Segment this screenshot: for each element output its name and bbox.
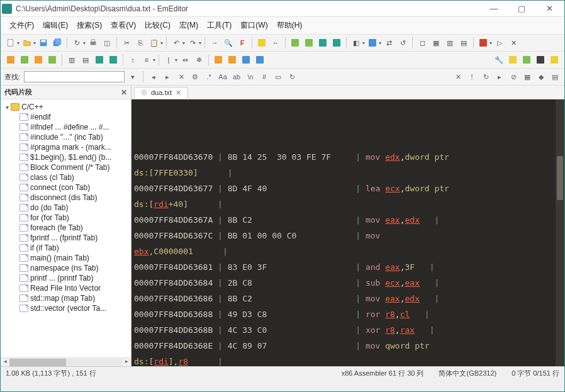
tree-item[interactable]: if (if Tab)	[2, 243, 130, 253]
vscroll-thumb[interactable]	[557, 156, 563, 200]
redo-button[interactable]: ↷	[186, 36, 199, 49]
find-button[interactable]: 🔍	[222, 36, 235, 49]
header-toggle-button[interactable]: ▤	[79, 53, 92, 66]
extract-button[interactable]	[240, 53, 252, 66]
filter-neg-button[interactable]: !	[466, 71, 478, 82]
col-sep-button[interactable]: |	[162, 53, 175, 66]
tree-item[interactable]: main() (main Tab)	[2, 253, 130, 263]
scroll-right-icon[interactable]: ▸	[122, 358, 131, 367]
menu-compare[interactable]: 比较(C)	[141, 19, 174, 32]
print-button[interactable]	[87, 36, 99, 49]
spellcheck-button[interactable]: F	[236, 36, 249, 49]
csv-button[interactable]	[4, 53, 17, 66]
column-button[interactable]: ▥	[65, 53, 78, 66]
dropdown-icon[interactable]: ▾	[175, 57, 177, 63]
menu-window[interactable]: 窗口(W)	[237, 19, 271, 32]
tree-item[interactable]: foreach (fe Tab)	[2, 223, 130, 233]
join-button[interactable]	[226, 53, 238, 66]
sort-button[interactable]: ↕	[126, 53, 139, 66]
sidebar-close-icon[interactable]: ✕	[121, 88, 127, 97]
filter-button[interactable]	[212, 53, 225, 66]
tree-item[interactable]: Block Comment (/* Tab)	[2, 162, 130, 172]
record-button[interactable]	[477, 36, 489, 49]
filter-refresh-button[interactable]: ↻	[480, 71, 491, 82]
filter-close-button[interactable]: ✕	[452, 71, 464, 82]
wrap-window-button[interactable]	[289, 36, 301, 49]
mode-button[interactable]: ◧	[350, 36, 362, 49]
scroll-thumb[interactable]	[9, 359, 66, 366]
maximize-button[interactable]: ▢	[508, 1, 535, 16]
menu-search[interactable]: 搜索(S)	[73, 19, 106, 32]
find-options-button[interactable]: ⚙	[189, 71, 201, 82]
wordcount-button[interactable]	[548, 53, 561, 66]
tab-close-icon[interactable]: ✕	[176, 89, 181, 97]
webprev-button[interactable]	[520, 53, 533, 66]
snippet-tree[interactable]: ▾ C/C++ #endif#ifndef ... #define ... #.…	[1, 99, 131, 357]
new-button[interactable]	[4, 36, 17, 49]
menu-file[interactable]: 文件(F)	[6, 19, 38, 32]
bookmark-button[interactable]: ◻	[416, 36, 428, 49]
tree-item[interactable]: #include "..." (inc Tab)	[2, 132, 130, 142]
minimize-button[interactable]: —	[480, 1, 508, 16]
tree-item[interactable]: std::vector (vector Ta...	[2, 303, 130, 313]
search-input[interactable]	[24, 71, 125, 82]
snippets-button[interactable]	[506, 53, 519, 66]
tree-item[interactable]: Read File Into Vector	[2, 283, 130, 293]
dropdown-icon[interactable]: ▾	[83, 40, 86, 46]
reload-button[interactable]: ↻	[70, 36, 83, 49]
dsv-button[interactable]	[32, 53, 45, 66]
outline-button[interactable]	[330, 36, 343, 49]
dropdown-icon[interactable]: ▾	[362, 40, 365, 46]
expand-icon[interactable]: ▾	[3, 104, 11, 111]
case-button[interactable]: Aa	[217, 71, 228, 82]
scroll-track[interactable]	[9, 359, 122, 366]
play-button[interactable]: ▷	[493, 36, 506, 49]
save-all-button[interactable]	[51, 36, 64, 49]
regex-button[interactable]: .*	[203, 71, 215, 82]
code-area[interactable]: 00007FF84DD63670 | 8B 14 25 30 03 FE 7F …	[131, 99, 564, 366]
align-button[interactable]: ≡	[140, 53, 153, 66]
tree-item[interactable]: #ifndef ... #define ... #...	[2, 122, 130, 132]
menu-view[interactable]: 查看(V)	[107, 19, 140, 32]
ruler-button[interactable]: ↔	[269, 36, 282, 49]
scroll-left-icon[interactable]: ◂	[1, 358, 9, 367]
cut-button[interactable]: ✂	[120, 36, 133, 49]
reset-button[interactable]: ↺	[396, 36, 409, 49]
menu-help[interactable]: 帮助(H)	[273, 19, 306, 32]
tools-button[interactable]: 🔧	[493, 53, 505, 66]
menu-tools[interactable]: 工具(T)	[203, 19, 235, 32]
wrap-button[interactable]: ↻	[286, 71, 298, 82]
dropdown-icon[interactable]: ▾	[489, 40, 492, 46]
row-header-button[interactable]	[93, 53, 106, 66]
dropdown-icon[interactable]: ▾	[160, 40, 163, 46]
wrap-col-button[interactable]	[316, 36, 329, 49]
tree-item[interactable]: disconnect (dis Tab)	[2, 193, 130, 203]
dropdown-icon[interactable]: ▾	[153, 57, 155, 63]
tree-item[interactable]: class (cl Tab)	[2, 172, 130, 182]
sync-button[interactable]: ⇄	[383, 36, 395, 49]
dropdown-icon[interactable]: ▾	[182, 40, 185, 46]
tree-item[interactable]: connect (con Tab)	[2, 182, 130, 193]
dropdown-icon[interactable]: ▾	[379, 40, 381, 46]
tree-item[interactable]: printf ... (printf Tab)	[2, 273, 130, 283]
fixed-button[interactable]	[46, 53, 59, 66]
tree-item[interactable]: #pragma mark - (mark...	[2, 142, 130, 152]
filter-abort-button[interactable]: ⊘	[508, 71, 519, 82]
explorer-button[interactable]	[534, 53, 547, 66]
find-prev-button[interactable]: ◂	[148, 71, 159, 82]
dropdown-icon[interactable]: ▾	[17, 40, 20, 46]
tree-item[interactable]: #endif	[2, 112, 130, 122]
tree-item[interactable]: do (do Tab)	[2, 203, 130, 213]
preview-button[interactable]: ◫	[101, 36, 113, 49]
copy-button[interactable]: ⎘	[134, 36, 147, 49]
adjust-button[interactable]: ⇔	[179, 53, 191, 66]
filter-extract-button[interactable]: ▤	[549, 71, 561, 82]
search-dropdown[interactable]: ▾	[127, 71, 138, 82]
header-button[interactable]: ▤	[457, 36, 470, 49]
filter-block-button[interactable]: ▦	[522, 71, 533, 82]
filter-inc-button[interactable]: ▸	[494, 71, 505, 82]
tsv-button[interactable]	[18, 53, 31, 66]
find-next-button[interactable]: ▸	[162, 71, 173, 82]
undo-button[interactable]: ↶	[170, 36, 182, 49]
dropdown-icon[interactable]: ▾	[199, 40, 201, 46]
